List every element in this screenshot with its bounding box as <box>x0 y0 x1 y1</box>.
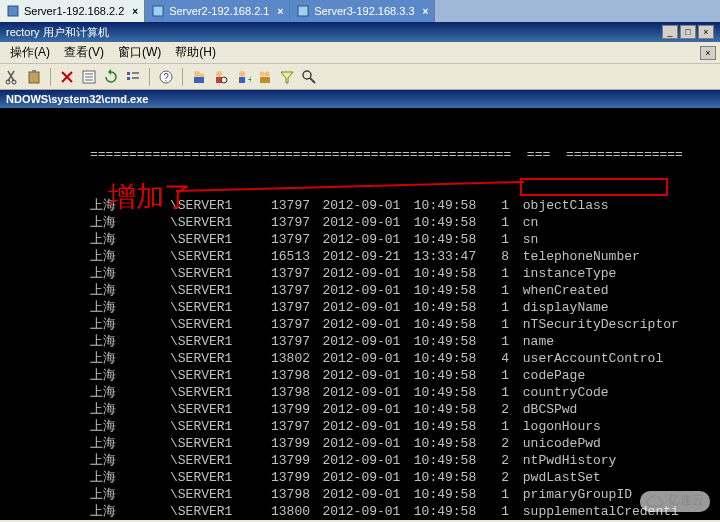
svg-rect-13 <box>127 77 130 80</box>
filter-icon[interactable] <box>279 69 295 85</box>
svg-point-23 <box>239 71 245 77</box>
svg-text:+: + <box>248 74 251 85</box>
cmd-output: ========================================… <box>0 108 720 520</box>
output-row: 上海\SERVER113797 2012-09-0110:49:581 disp… <box>0 299 720 316</box>
output-row: 上海\SERVER113797 2012-09-0110:49:581 sn <box>0 231 720 248</box>
tab-server2[interactable]: Server2-192.168.2.1 × <box>145 0 290 22</box>
separator <box>182 68 183 86</box>
output-row: 上海\SERVER113797 2012-09-0110:49:581 when… <box>0 282 720 299</box>
output-row: 上海\SERVER113799 2012-09-0110:49:582 unic… <box>0 435 720 452</box>
list-icon[interactable] <box>125 69 141 85</box>
add-group-icon[interactable] <box>257 69 273 85</box>
menu-label: 操作(A) <box>10 44 50 61</box>
svg-rect-2 <box>298 6 308 16</box>
menu-action[interactable]: 操作(A) <box>4 42 56 63</box>
separator <box>50 68 51 86</box>
tab-label: Server1-192.168.2.2 <box>24 5 124 17</box>
close-icon[interactable]: × <box>423 6 429 17</box>
window-buttons: _ □ × <box>662 25 714 39</box>
server-icon <box>6 4 20 18</box>
server-icon <box>151 4 165 18</box>
svg-rect-24 <box>239 77 245 83</box>
svg-point-27 <box>265 71 270 76</box>
separator <box>149 68 150 86</box>
svg-rect-11 <box>127 72 130 75</box>
menu-window[interactable]: 窗口(W) <box>112 42 167 63</box>
tab-server3[interactable]: Server3-192.168.3.3 × <box>290 0 435 22</box>
output-row: 上海\SERVER113797 2012-09-0110:49:581 name <box>0 333 720 350</box>
server-icon <box>296 4 310 18</box>
output-row: 上海\SERVER113802 2012-09-0110:49:584 user… <box>0 350 720 367</box>
cmd-titlebar: NDOWS\system32\cmd.exe <box>0 90 720 108</box>
app-titlebar: rectory 用户和计算机 _ □ × <box>0 22 720 42</box>
output-row: 上海\SERVER113799 2012-09-0110:49:582 ntPw… <box>0 452 720 469</box>
output-row: 上海\SERVER113797 2012-09-0110:49:581 logo… <box>0 418 720 435</box>
cloud-icon <box>646 495 664 509</box>
output-row: 上海\SERVER113797 2012-09-0110:49:581 nTSe… <box>0 316 720 333</box>
highlight-box <box>520 178 668 196</box>
app-title: rectory 用户和计算机 <box>6 25 109 40</box>
help-icon[interactable]: ? <box>158 69 174 85</box>
toolbar: ? + <box>0 64 720 90</box>
find-icon[interactable] <box>301 69 317 85</box>
output-row: 上海\SERVER113798 2012-09-0110:49:581 prim… <box>0 486 720 503</box>
output-row: 上海\SERVER113799 2012-09-0110:49:582 dBCS… <box>0 401 720 418</box>
svg-text:?: ? <box>163 72 169 83</box>
svg-rect-28 <box>260 77 270 83</box>
svg-point-20 <box>216 71 222 77</box>
users-icon[interactable] <box>191 69 207 85</box>
svg-rect-14 <box>132 77 139 79</box>
svg-point-26 <box>260 71 265 76</box>
minimize-button[interactable]: _ <box>662 25 678 39</box>
svg-line-30 <box>310 78 315 83</box>
svg-point-29 <box>303 71 311 79</box>
highlight-line <box>176 181 524 192</box>
svg-rect-6 <box>32 70 36 73</box>
svg-point-17 <box>194 71 200 77</box>
tab-label: Server3-192.168.3.3 <box>314 5 414 17</box>
svg-rect-5 <box>29 72 39 83</box>
paste-icon[interactable] <box>26 69 42 85</box>
output-row: 上海\SERVER113798 2012-09-0110:49:581 code… <box>0 367 720 384</box>
cmd-title: NDOWS\system32\cmd.exe <box>6 93 148 105</box>
properties-icon[interactable] <box>81 69 97 85</box>
menu-bar: 操作(A) 查看(V) 窗口(W) 帮助(H) × <box>0 42 720 64</box>
output-row: 上海\SERVER113797 2012-09-0110:49:581 cn <box>0 214 720 231</box>
menu-label: 帮助(H) <box>175 44 216 61</box>
svg-rect-1 <box>153 6 163 16</box>
close-icon[interactable]: × <box>277 6 283 17</box>
watermark: 亿速云 <box>640 491 710 512</box>
add-user-icon[interactable]: + <box>235 69 251 85</box>
output-row: 上海\SERVER113799 2012-09-0110:49:582 pwdL… <box>0 469 720 486</box>
delete-icon[interactable] <box>59 69 75 85</box>
output-row: 上海\SERVER116513 2012-09-2113:33:478 tele… <box>0 248 720 265</box>
output-row: 上海\SERVER113798 2012-09-0110:49:581 coun… <box>0 384 720 401</box>
svg-rect-19 <box>194 77 204 83</box>
menu-view[interactable]: 查看(V) <box>58 42 110 63</box>
maximize-button[interactable]: □ <box>680 25 696 39</box>
output-row: 上海\SERVER113797 2012-09-0110:49:581 inst… <box>0 265 720 282</box>
watermark-label: 亿速云 <box>668 493 704 510</box>
menu-help[interactable]: 帮助(H) <box>169 42 222 63</box>
mdi-close-button[interactable]: × <box>700 46 716 60</box>
close-icon[interactable]: × <box>132 6 138 17</box>
menu-label: 窗口(W) <box>118 44 161 61</box>
svg-rect-12 <box>132 72 139 74</box>
svg-rect-0 <box>8 6 18 16</box>
cut-icon[interactable] <box>4 69 20 85</box>
tab-bar: Server1-192.168.2.2 × Server2-192.168.2.… <box>0 0 720 22</box>
annotation-text: 增加了 <box>108 188 192 205</box>
separator-line: ========================================… <box>0 146 720 163</box>
output-row: 上海\SERVER113800 2012-09-0110:49:581 supp… <box>0 503 720 520</box>
find-users-icon[interactable] <box>213 69 229 85</box>
tab-label: Server2-192.168.2.1 <box>169 5 269 17</box>
refresh-icon[interactable] <box>103 69 119 85</box>
tab-server1[interactable]: Server1-192.168.2.2 × <box>0 0 145 22</box>
menu-label: 查看(V) <box>64 44 104 61</box>
close-button[interactable]: × <box>698 25 714 39</box>
